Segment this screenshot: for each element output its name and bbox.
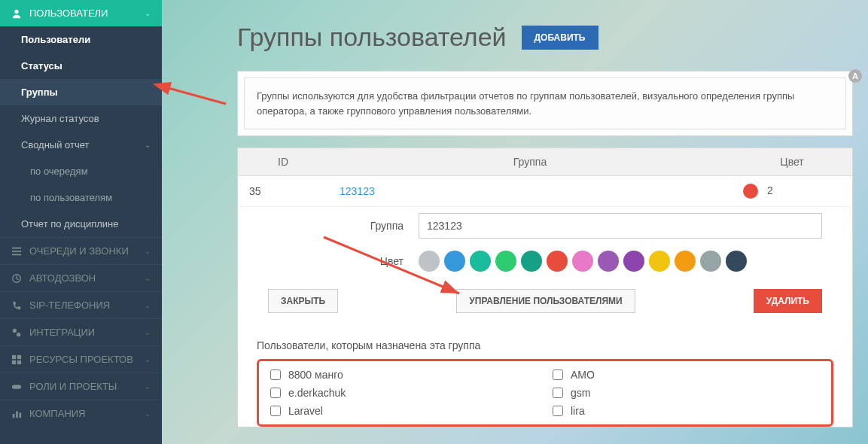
user-checkbox[interactable] xyxy=(553,369,563,380)
col-color: Цвет xyxy=(732,148,852,176)
user-name: e.derkachuk xyxy=(288,387,346,399)
user-row[interactable]: lira xyxy=(553,405,820,417)
sidebar-section-label: ПОЛЬЗОВАТЕЛИ xyxy=(29,8,108,19)
color-dot[interactable] xyxy=(419,251,440,272)
add-button[interactable]: ДОБАВИТЬ xyxy=(522,26,598,50)
color-dot[interactable] xyxy=(649,251,670,272)
user-icon xyxy=(11,8,22,19)
color-dot[interactable] xyxy=(700,251,721,272)
user-checkbox[interactable] xyxy=(553,406,563,416)
chevron-down-icon: ⌄ xyxy=(145,274,151,282)
col-group: Группа xyxy=(328,148,732,176)
svg-rect-12 xyxy=(13,414,15,418)
toggle-icon xyxy=(11,382,22,392)
user-name: lira xyxy=(571,405,585,417)
group-label: Группа xyxy=(268,220,419,232)
user-row[interactable]: gsm xyxy=(553,387,820,399)
sidebar-item-groups[interactable]: Группы xyxy=(0,79,162,105)
gears-icon xyxy=(11,327,22,338)
color-dot[interactable] xyxy=(675,251,696,272)
chevron-down-icon: ⌄ xyxy=(145,247,151,255)
phone-icon xyxy=(11,300,22,311)
help-badge[interactable]: A xyxy=(848,69,862,83)
sidebar-item-by-queues[interactable]: по очередям xyxy=(0,158,162,184)
chevron-down-icon: ⌄ xyxy=(145,382,151,391)
svg-rect-8 xyxy=(17,354,21,358)
close-button[interactable]: ЗАКРЫТЬ xyxy=(268,289,338,313)
page-title: Группы пользователей xyxy=(237,23,507,52)
color-dot[interactable] xyxy=(623,251,644,272)
color-dot[interactable] xyxy=(726,251,747,272)
color-dot[interactable] xyxy=(470,251,491,272)
svg-rect-1 xyxy=(12,247,21,248)
group-input[interactable] xyxy=(419,213,822,239)
users-section: Пользователи, которым назначена эта груп… xyxy=(238,332,852,427)
action-row: ЗАКРЫТЬ УПРАВЛЕНИЕ ПОЛЬЗОВАТЕЛЯМИ УДАЛИТ… xyxy=(238,278,852,332)
delete-button[interactable]: УДАЛИТЬ xyxy=(754,289,822,313)
user-name: 8800 манго xyxy=(288,369,343,381)
user-checkbox[interactable] xyxy=(270,388,281,398)
user-row[interactable]: e.derkachuk xyxy=(270,387,538,399)
sidebar: ПОЛЬЗОВАТЕЛИ ⌄ Пользователи Статусы Груп… xyxy=(0,0,162,444)
svg-rect-10 xyxy=(17,360,21,363)
col-id: ID xyxy=(238,148,328,176)
color-options xyxy=(419,251,747,272)
info-panel: Группы используются для удобства фильтра… xyxy=(237,71,853,136)
grid-icon xyxy=(11,354,22,365)
groups-table: ID Группа Цвет 35 123123 2 xyxy=(238,148,852,207)
clock-icon xyxy=(11,273,22,284)
sidebar-section-resources[interactable]: РЕСУРСЫ ПРОЕКТОВ ⌄ xyxy=(0,345,162,373)
sidebar-section-autodial[interactable]: АВТОДОЗВОН ⌄ xyxy=(0,264,162,291)
cell-group[interactable]: 123123 xyxy=(328,176,732,207)
svg-point-0 xyxy=(14,9,18,13)
sidebar-section-sip[interactable]: SIP-ТЕЛЕФОНИЯ ⌄ xyxy=(0,291,162,318)
user-name: AMO xyxy=(571,369,595,381)
user-name: Laravel xyxy=(288,405,323,417)
user-checkbox[interactable] xyxy=(270,369,281,380)
sidebar-item-users[interactable]: Пользователи xyxy=(0,26,162,53)
sidebar-section-users[interactable]: ПОЛЬЗОВАТЕЛИ ⌄ xyxy=(0,0,162,26)
sidebar-item-statuses[interactable]: Статусы xyxy=(0,53,162,79)
svg-rect-3 xyxy=(12,254,21,255)
chart-icon xyxy=(11,409,22,419)
sidebar-section-company[interactable]: КОМПАНИЯ ⌄ xyxy=(0,400,162,427)
page-header: Группы пользователей ДОБАВИТЬ xyxy=(237,23,853,52)
color-dot[interactable] xyxy=(521,251,542,272)
sidebar-item-by-users[interactable]: по пользователям xyxy=(0,184,162,211)
list-icon xyxy=(11,246,22,257)
color-dot[interactable] xyxy=(444,251,465,272)
sidebar-section-roles[interactable]: РОЛИ И ПРОЕКТЫ ⌄ xyxy=(0,373,162,400)
sidebar-section-queues-calls[interactable]: ОЧЕРЕДИ И ЗВОНКИ ⌄ xyxy=(0,237,162,264)
chevron-down-icon: ⌄ xyxy=(145,141,151,149)
users-box: 8800 мангоAMOe.derkachukgsmLaravellira xyxy=(257,359,833,427)
form-row-group: Группа xyxy=(238,207,852,245)
user-checkbox[interactable] xyxy=(270,406,281,416)
svg-rect-7 xyxy=(12,354,16,358)
user-row[interactable]: Laravel xyxy=(270,405,538,417)
chevron-down-icon: ⌄ xyxy=(145,409,151,418)
color-dot[interactable] xyxy=(572,251,593,272)
color-dot[interactable] xyxy=(495,251,516,272)
user-row[interactable]: 8800 манго xyxy=(270,369,538,381)
svg-rect-2 xyxy=(12,251,21,252)
table-row[interactable]: 35 123123 2 xyxy=(238,176,852,207)
color-label: Цвет xyxy=(268,255,419,267)
user-name: gsm xyxy=(571,387,590,399)
cell-id: 35 xyxy=(238,176,328,207)
sidebar-item-summary-report[interactable]: Сводный отчет⌄ xyxy=(0,132,162,158)
color-dot[interactable] xyxy=(598,251,619,272)
manage-users-button[interactable]: УПРАВЛЕНИЕ ПОЛЬЗОВАТЕЛЯМИ xyxy=(456,289,635,313)
svg-rect-9 xyxy=(12,360,16,363)
svg-point-5 xyxy=(13,328,17,332)
group-panel: ID Группа Цвет 35 123123 2 Группа xyxy=(237,147,853,427)
sidebar-section-integrations[interactable]: ИНТЕГРАЦИИ ⌄ xyxy=(0,318,162,345)
color-dot[interactable] xyxy=(547,251,568,272)
cell-color: 2 xyxy=(732,176,852,207)
chevron-down-icon: ⌄ xyxy=(145,9,151,17)
user-row[interactable]: AMO xyxy=(553,369,820,381)
info-text: Группы используются для удобства фильтра… xyxy=(244,78,846,129)
sidebar-item-status-log[interactable]: Журнал статусов xyxy=(0,105,162,132)
user-checkbox[interactable] xyxy=(553,388,563,398)
svg-rect-11 xyxy=(12,385,21,388)
sidebar-item-discipline-report[interactable]: Отчет по дисциплине xyxy=(0,211,162,237)
